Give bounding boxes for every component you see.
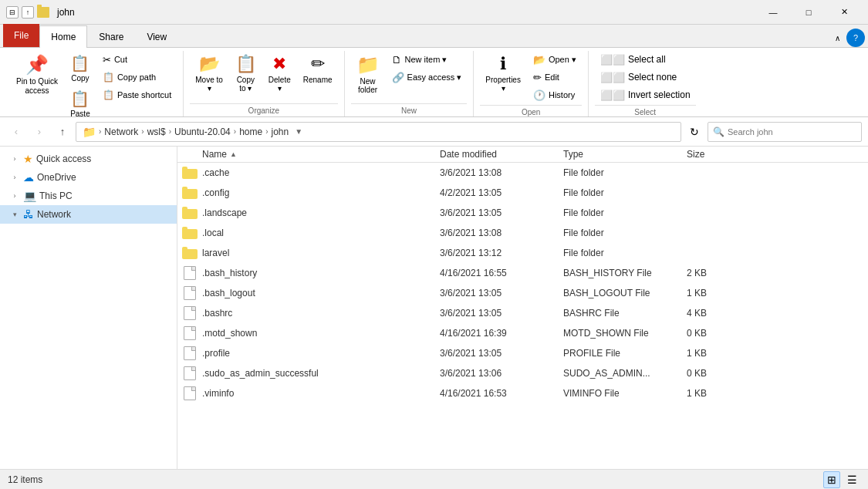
up-button[interactable]: ↑ [52, 122, 73, 142]
tab-file[interactable]: File [3, 24, 39, 47]
file-list: Name ▲ Date modified Type Size .cache3/6… [177, 147, 868, 469]
pin-to-quick-access-button[interactable]: 📌 Pin to Quickaccess [11, 51, 63, 99]
expand-onedrive-icon[interactable]: › [9, 172, 20, 183]
quick-access-toolbar-icon[interactable]: ↑ [22, 6, 34, 19]
quick-access-icon: ★ [23, 153, 33, 165]
ribbon-group-clipboard: 📌 Pin to Quickaccess 📋 Copy 📋 Paste ✂ Cu… [5, 51, 184, 116]
col-header-modified[interactable]: Date modified [440, 149, 563, 160]
expand-quick-access-icon[interactable]: › [9, 153, 20, 164]
copy-to-button[interactable]: 📋 Copyto ▾ [230, 51, 262, 96]
file-row-name: .local [202, 228, 440, 238]
path-dropdown-arrow[interactable]: ▼ [295, 127, 302, 136]
paste-button[interactable]: 📋 Paste [65, 86, 96, 121]
organize-group-content: 📂 Move to▾ 📋 Copyto ▾ ✖ Delete▾ ✏ Rename [190, 51, 337, 102]
col-header-name[interactable]: Name ▲ [177, 149, 440, 160]
expand-network-icon[interactable]: ▾ [9, 209, 20, 220]
history-button[interactable]: 🕐 History [528, 86, 582, 103]
select-group-content: ⬜⬜ Select all ⬜⬜ Select none ⬜⬜ Invert s… [595, 51, 696, 103]
onedrive-label: OneDrive [37, 172, 76, 183]
back-button[interactable]: ‹ [6, 122, 26, 142]
grid-view-button[interactable]: ⊞ [823, 471, 840, 488]
col-header-type[interactable]: Type [563, 149, 687, 160]
maximize-button[interactable]: □ [791, 0, 826, 25]
ribbon-right: ∧ ? [828, 29, 868, 47]
delete-button[interactable]: ✖ Delete▾ [263, 51, 296, 96]
onedrive-icon: ☁ [23, 171, 34, 184]
path-segment-network[interactable]: Network [104, 126, 138, 137]
file-row[interactable]: .viminfo4/16/2021 16:53VIMINFO File1 KB [177, 383, 868, 403]
file-row[interactable]: .bashrc3/6/2021 13:05BASHRC File4 KB [177, 303, 868, 323]
new-folder-button[interactable]: 📁 Newfolder [351, 51, 385, 97]
quick-access-label: Quick access [36, 153, 91, 164]
list-view-button[interactable]: ☰ [843, 471, 860, 488]
paste-shortcut-button[interactable]: 📋 Paste shortcut [97, 86, 177, 103]
file-row[interactable]: laravel3/6/2021 13:12File folder [177, 243, 868, 263]
new-col: 🗋 New item ▾ 🔗 Easy access ▾ [387, 51, 468, 86]
cut-label: Cut [114, 55, 127, 64]
rename-icon: ✏ [311, 54, 325, 74]
file-row[interactable]: .bash_history4/16/2021 16:55BASH_HISTORY… [177, 263, 868, 283]
sidebar-item-this-pc[interactable]: › 💻 This PC [0, 187, 177, 205]
help-button[interactable]: ? [846, 29, 865, 47]
easy-access-icon: 🔗 [392, 72, 404, 83]
system-menu-icon[interactable]: ⊟ [6, 6, 19, 19]
select-all-button[interactable]: ⬜⬜ Select all [595, 51, 696, 68]
forward-button[interactable]: › [29, 122, 49, 142]
edit-button[interactable]: ✏ Edit [528, 69, 582, 86]
select-label: Select [595, 105, 696, 118]
file-icon-cell [177, 346, 202, 360]
file-row[interactable]: .config4/2/2021 13:05File folder [177, 183, 868, 203]
path-segment-home[interactable]: home [239, 126, 262, 137]
new-label: New [351, 103, 468, 116]
copy-path-button[interactable]: 📋 Copy path [97, 69, 177, 86]
folder-icon [177, 187, 202, 199]
path-segment-wsl[interactable]: wsl$ [147, 126, 166, 137]
refresh-button[interactable]: ↻ [684, 122, 704, 142]
pin-icon: 📌 [25, 54, 49, 76]
close-button[interactable]: ✕ [826, 0, 862, 25]
open-label: Open [480, 105, 582, 118]
move-to-button[interactable]: 📂 Move to▾ [190, 51, 228, 96]
move-to-label: Move to▾ [195, 76, 223, 93]
tab-share[interactable]: Share [87, 25, 135, 47]
sidebar-item-network[interactable]: ▾ 🖧 Network [0, 205, 177, 224]
file-row-size: 1 KB [687, 288, 748, 298]
new-folder-label: Newfolder [358, 77, 377, 94]
file-row-modified: 3/6/2021 13:08 [440, 167, 563, 178]
file-row[interactable]: .sudo_as_admin_successful3/6/2021 13:06S… [177, 363, 868, 383]
file-icon-cell [177, 366, 202, 380]
new-item-button[interactable]: 🗋 New item ▾ [387, 51, 468, 68]
file-row-modified: 3/6/2021 13:05 [440, 308, 563, 319]
address-path[interactable]: 📁 › Network › wsl$ › Ubuntu-20.04 › home… [76, 122, 681, 142]
path-segment-john[interactable]: john [272, 126, 289, 137]
path-segment-ubuntu[interactable]: Ubuntu-20.04 [174, 126, 231, 137]
file-row[interactable]: .landscape3/6/2021 13:05File folder [177, 203, 868, 223]
expand-this-pc-icon[interactable]: › [9, 191, 20, 201]
easy-access-button[interactable]: 🔗 Easy access ▾ [387, 69, 468, 86]
rename-button[interactable]: ✏ Rename [298, 51, 338, 87]
file-row-modified: 3/6/2021 13:05 [440, 348, 563, 359]
file-icon-cell [177, 286, 202, 300]
file-row-name: laravel [202, 248, 440, 258]
col-header-size[interactable]: Size [687, 149, 748, 160]
search-input[interactable] [728, 127, 856, 137]
search-box[interactable]: 🔍 [708, 122, 862, 142]
ribbon-collapse-button[interactable]: ∧ [828, 29, 846, 47]
tab-view[interactable]: View [135, 25, 178, 47]
tab-home[interactable]: Home [39, 25, 87, 48]
invert-selection-button[interactable]: ⬜⬜ Invert selection [595, 86, 696, 103]
sidebar-item-quick-access[interactable]: › ★ Quick access [0, 150, 177, 168]
cut-button[interactable]: ✂ Cut [97, 51, 177, 68]
properties-button[interactable]: ℹ Properties▾ [480, 51, 526, 96]
copy-button[interactable]: 📋 Copy [65, 51, 96, 86]
select-none-button[interactable]: ⬜⬜ Select none [595, 69, 696, 86]
open-button[interactable]: 📂 Open ▾ [528, 51, 582, 68]
file-row[interactable]: .motd_shown4/16/2021 16:39MOTD_SHOWN Fil… [177, 323, 868, 343]
minimize-button[interactable]: — [755, 0, 791, 25]
sidebar-item-onedrive[interactable]: › ☁ OneDrive [0, 168, 177, 187]
file-row[interactable]: .profile3/6/2021 13:05PROFILE File1 KB [177, 343, 868, 363]
file-row[interactable]: .bash_logout3/6/2021 13:05BASH_LOGOUT Fi… [177, 283, 868, 303]
file-row-type: SUDO_AS_ADMIN... [563, 368, 687, 379]
file-row[interactable]: .cache3/6/2021 13:08File folder [177, 163, 868, 183]
file-row[interactable]: .local3/6/2021 13:08File folder [177, 223, 868, 243]
